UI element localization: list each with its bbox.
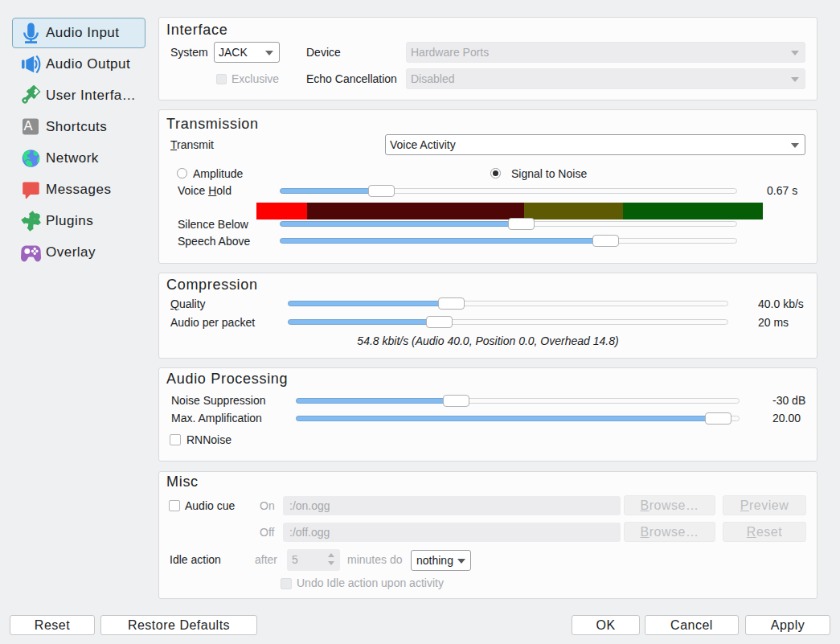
svg-text:A: A bbox=[24, 118, 33, 133]
